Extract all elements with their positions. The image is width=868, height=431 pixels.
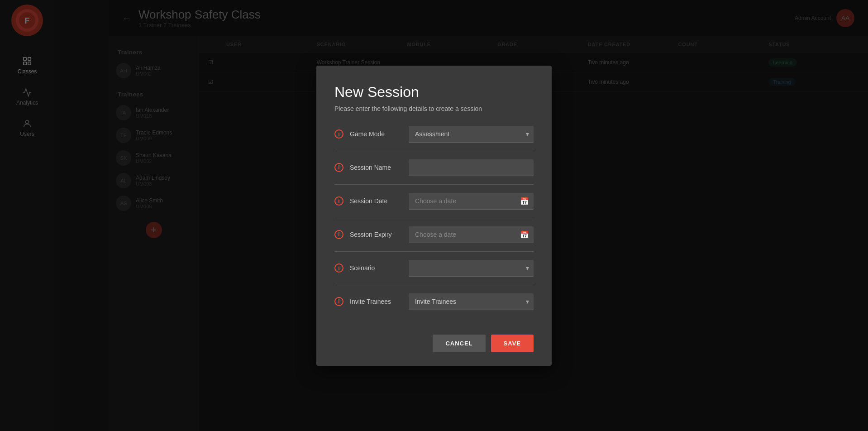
session-date-label: Session Date — [350, 197, 409, 205]
modal-footer: CANCEL SAVE — [334, 335, 534, 352]
session-name-info-icon: i — [334, 163, 343, 172]
session-expiry-info-icon: i — [334, 230, 343, 239]
session-expiry-control: 📅 — [409, 226, 534, 243]
save-button[interactable]: SAVE — [491, 335, 534, 352]
form-row-session-expiry: i Session Expiry 📅 — [334, 226, 534, 252]
form-row-scenario: i Scenario ▾ — [334, 260, 534, 285]
session-date-info-icon: i — [334, 196, 343, 206]
form-row-game-mode: i Game Mode Assessment Training Practice… — [334, 126, 534, 151]
session-name-control — [409, 159, 534, 176]
game-mode-control: Assessment Training Practice ▾ — [409, 126, 534, 143]
scenario-select[interactable] — [409, 260, 534, 277]
game-mode-select[interactable]: Assessment Training Practice — [409, 126, 534, 143]
modal-title: New Session — [334, 84, 534, 101]
invite-trainees-select[interactable]: Invite Trainees — [409, 293, 534, 310]
modal-subtitle: Please enter the following details to cr… — [334, 105, 534, 112]
form-row-invite-trainees: i Invite Trainees Invite Trainees ▾ — [334, 293, 534, 318]
form-row-session-name: i Session Name — [334, 159, 534, 185]
scenario-control: ▾ — [409, 260, 534, 277]
session-date-control: 📅 — [409, 193, 534, 210]
form-row-session-date: i Session Date 📅 — [334, 193, 534, 218]
scenario-label: Scenario — [350, 264, 409, 272]
scenario-info-icon: i — [334, 263, 343, 273]
session-name-input[interactable] — [409, 159, 534, 176]
cancel-button[interactable]: CANCEL — [433, 335, 485, 352]
new-session-modal: New Session Please enter the following d… — [316, 66, 552, 366]
session-date-input[interactable] — [409, 193, 534, 210]
game-mode-info-icon: i — [334, 129, 343, 139]
session-name-label: Session Name — [350, 164, 409, 171]
session-expiry-input[interactable] — [409, 226, 534, 243]
invite-trainees-label: Invite Trainees — [350, 298, 409, 305]
invite-trainees-info-icon: i — [334, 297, 343, 306]
game-mode-label: Game Mode — [350, 130, 409, 138]
invite-trainees-control: Invite Trainees ▾ — [409, 293, 534, 310]
session-expiry-label: Session Expiry — [350, 231, 409, 238]
modal-overlay: New Session Please enter the following d… — [0, 0, 868, 431]
